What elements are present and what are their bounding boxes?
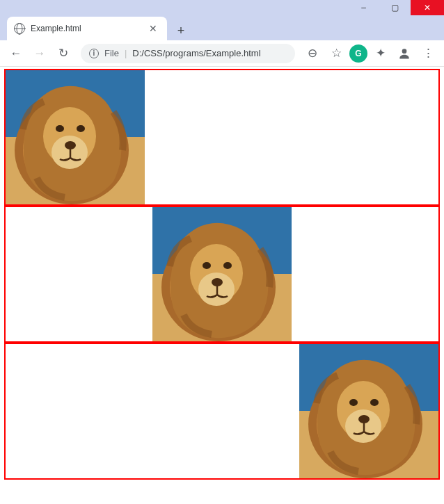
svg-point-17 (223, 262, 232, 269)
window-minimize-button[interactable]: – (348, 0, 379, 15)
url-text: D:/CSS/programs/Example.html (132, 48, 287, 58)
svg-point-7 (56, 125, 64, 132)
svg-point-0 (402, 49, 407, 54)
svg-point-26 (370, 399, 379, 406)
lion-image (6, 70, 145, 204)
toolbar: ← → ↻ i File | D:/CSS/programs/Example.h… (0, 40, 444, 67)
svg-point-16 (203, 262, 211, 269)
svg-point-25 (349, 399, 358, 406)
url-separator: | (125, 48, 127, 58)
window-maximize-button[interactable]: ▢ (379, 0, 411, 15)
menu-kebab-icon[interactable]: ⋮ (418, 43, 438, 64)
site-info-icon[interactable]: i (89, 49, 99, 58)
url-scheme-label: File (104, 48, 119, 58)
tab-strip: Example.html ✕ + (0, 15, 444, 40)
tab-active[interactable]: Example.html ✕ (7, 17, 167, 40)
demo-box-right (4, 343, 440, 480)
address-bar[interactable]: i File | D:/CSS/programs/Example.html (81, 44, 295, 63)
page-viewport (0, 67, 444, 504)
demo-box-left (4, 69, 440, 206)
svg-point-8 (77, 125, 85, 132)
zoom-icon[interactable]: ⊖ (302, 43, 323, 64)
profile-avatar-icon[interactable] (394, 43, 415, 64)
new-tab-button[interactable]: + (171, 21, 191, 40)
reload-button[interactable]: ↻ (53, 43, 74, 64)
tab-close-icon[interactable]: ✕ (146, 23, 160, 34)
browser-window: – ▢ ✕ Example.html ✕ + ← → ↻ i File | D:… (0, 0, 444, 504)
bookmark-star-icon[interactable]: ☆ (326, 43, 347, 64)
forward-button[interactable]: → (29, 43, 50, 64)
grammarly-extension-icon[interactable]: G (349, 44, 367, 63)
lion-image (299, 344, 438, 478)
extensions-puzzle-icon[interactable]: ✦ (370, 43, 391, 64)
lion-image (152, 207, 292, 341)
tab-title: Example.html (31, 24, 141, 33)
back-button[interactable]: ← (6, 43, 26, 64)
globe-icon (14, 23, 25, 34)
window-close-button[interactable]: ✕ (411, 0, 444, 15)
demo-box-center (4, 206, 440, 343)
